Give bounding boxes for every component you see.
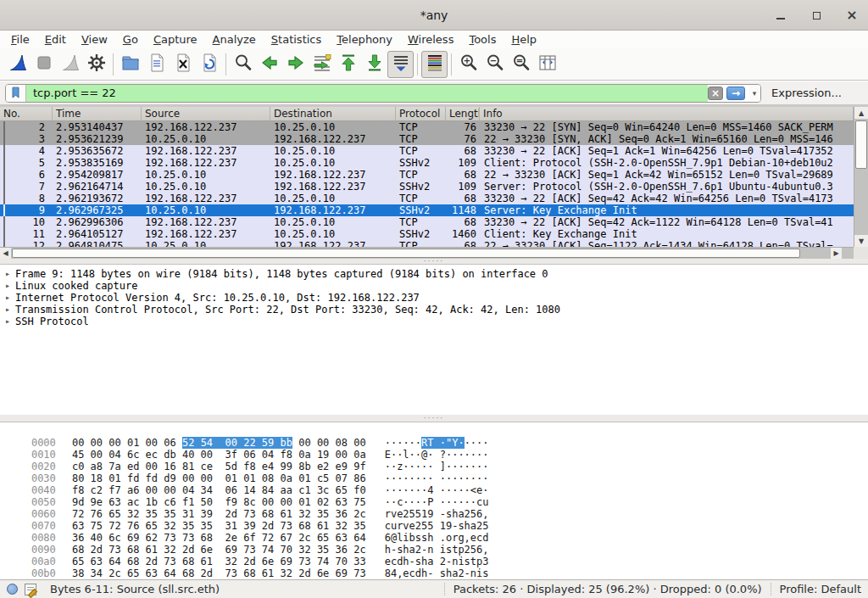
zoom-in-button[interactable]: + (455, 51, 481, 78)
scroll-down-arrow-icon[interactable]: ▼ (854, 235, 868, 247)
packet-row-5[interactable]: 5 2.953835169 192.168.122.237 10.25.0.10… (0, 157, 854, 169)
expander-icon[interactable]: ▸ (0, 316, 15, 327)
hscrollbar-thumb[interactable] (12, 249, 800, 258)
packet-row-11[interactable]: 11 2.964105127 192.168.122.237 10.25.0.1… (0, 228, 854, 240)
maximize-button[interactable] (809, 8, 824, 23)
packet-no: 11 (0, 228, 53, 240)
packet-row-7[interactable]: 7 2.962164714 10.25.0.10 192.168.122.237… (0, 181, 854, 193)
hex-ascii: ······RT ·"Y····· (385, 437, 489, 449)
menu-item-view[interactable]: View (74, 31, 115, 48)
resize-columns-button[interactable] (534, 51, 560, 78)
packet-list: 2 2.953140437 192.168.122.237 10.25.0.10… (0, 121, 854, 247)
minimize-button[interactable] (773, 8, 788, 23)
menu-item-edit[interactable]: Edit (37, 31, 74, 48)
conversation-mark (3, 169, 5, 181)
packet-time: 2.953635672 (53, 145, 142, 157)
column-header-length[interactable]: Length (446, 107, 480, 120)
detail-row[interactable]: ▸ Frame 9: 1148 bytes on wire (9184 bits… (0, 268, 868, 280)
packet-row-8[interactable]: 8 2.962193672 192.168.122.237 10.25.0.10… (0, 193, 854, 204)
packet-protocol: SSHv2 (396, 157, 446, 169)
packet-source: 10.25.0.10 (142, 204, 270, 216)
packet-list-vscrollbar[interactable]: ▲ ▼ (854, 107, 868, 247)
go-forward-icon (286, 53, 306, 75)
menu-item-capture[interactable]: Capture (146, 31, 205, 48)
scroll-up-arrow-icon[interactable]: ▲ (854, 107, 868, 119)
column-header-no[interactable]: No. (0, 107, 53, 120)
go-to-packet-button[interactable] (309, 51, 335, 78)
menu-item-go[interactable]: Go (115, 31, 146, 48)
packet-row-3[interactable]: 3 2.953621239 10.25.0.10 192.168.122.237… (0, 133, 854, 145)
toolbar-separator (113, 53, 114, 75)
packet-row-6[interactable]: 6 2.954209817 10.25.0.10 192.168.122.237… (0, 169, 854, 181)
packet-length: 109 (446, 157, 480, 169)
restart-capture-button[interactable] (57, 51, 83, 78)
go-forward-button[interactable] (282, 51, 309, 78)
scroll-left-arrow-icon[interactable]: ◀ (0, 248, 11, 259)
menu-item-help[interactable]: Help (504, 31, 544, 48)
expander-icon[interactable]: ▸ (0, 268, 15, 280)
auto-scroll-button[interactable] (387, 51, 414, 78)
column-header-info[interactable]: Info (480, 107, 854, 120)
packet-row-12[interactable]: 12 2.964810475 10.25.0.10 192.168.122.23… (0, 240, 854, 247)
profile-button[interactable]: Profile: Default (780, 583, 861, 595)
resize-columns-icon (537, 53, 558, 75)
go-first-button[interactable] (335, 51, 361, 78)
zoom-original-button[interactable]: = (508, 51, 534, 78)
stop-capture-button[interactable] (31, 51, 57, 78)
go-last-button[interactable] (361, 51, 387, 78)
menu-item-tools[interactable]: Tools (461, 31, 504, 48)
packet-row-9[interactable]: 9 2.962967325 10.25.0.10 192.168.122.237… (0, 204, 854, 216)
filter-dropdown-caret[interactable]: ▾ (748, 85, 760, 102)
open-file-button[interactable] (117, 51, 143, 78)
filter-apply-button[interactable]: → (726, 87, 745, 100)
go-back-button[interactable] (256, 51, 282, 78)
expander-icon[interactable]: ▸ (0, 292, 15, 304)
expander-icon[interactable]: ▸ (0, 304, 15, 316)
window-controls: × (773, 0, 860, 31)
column-header-time[interactable]: Time (53, 107, 142, 120)
detail-row[interactable]: ▸ Linux cooked capture (0, 280, 868, 292)
packet-row-10[interactable]: 10 2.962996306 192.168.122.237 10.25.0.1… (0, 216, 854, 228)
menu-item-statistics[interactable]: Statistics (264, 31, 329, 48)
capture-comment-icon[interactable] (25, 584, 36, 595)
detail-row[interactable]: ▸ SSH Protocol (0, 316, 868, 327)
pane-splitter-bottom[interactable]: ····· (0, 415, 868, 422)
menu-item-wireless[interactable]: Wireless (400, 31, 461, 48)
capture-options-button[interactable] (83, 51, 109, 78)
expert-info-icon[interactable] (7, 584, 18, 595)
packet-no: 6 (0, 169, 53, 181)
scroll-right-arrow-icon[interactable]: ▶ (831, 248, 842, 259)
column-header-destination[interactable]: Destination (270, 107, 396, 120)
display-filter-input[interactable] (26, 85, 708, 102)
start-capture-button[interactable] (4, 51, 31, 78)
reload-file-button[interactable] (196, 51, 222, 78)
expander-icon[interactable]: ▸ (0, 280, 15, 292)
detail-text: SSH Protocol (15, 316, 89, 327)
zoom-out-button[interactable]: − (481, 51, 508, 78)
hex-bytes: 65 63 64 68 2d 73 68 61 32 2d 6e 69 73 7… (72, 556, 366, 567)
packet-protocol: TCP (396, 133, 446, 145)
save-file-button[interactable] (143, 51, 170, 78)
menu-item-telephony[interactable]: Telephony (329, 31, 400, 48)
hex-offset: 0000 (31, 437, 62, 449)
find-packet-button[interactable] (230, 51, 256, 78)
filter-clear-button[interactable]: × (708, 87, 723, 100)
menu-item-analyze[interactable]: Analyze (205, 31, 264, 48)
menu-item-file[interactable]: File (3, 31, 37, 48)
expression-button[interactable]: Expression... (771, 87, 842, 99)
column-header-protocol[interactable]: Protocol (396, 107, 446, 120)
column-header-source[interactable]: Source (142, 107, 270, 120)
detail-row[interactable]: ▸ Internet Protocol Version 4, Src: 10.2… (0, 292, 868, 304)
hex-bytes: 45 00 04 6c ec db 40 00 3f 06 04 f8 0a 1… (72, 449, 366, 461)
packet-row-2[interactable]: 2 2.953140437 192.168.122.237 10.25.0.10… (0, 121, 854, 133)
detail-row[interactable]: ▸ Transmission Control Protocol, Src Por… (0, 304, 868, 316)
colorize-button[interactable] (421, 51, 448, 78)
packet-row-4[interactable]: 4 2.953635672 192.168.122.237 10.25.0.10… (0, 145, 854, 157)
vscrollbar-thumb[interactable] (855, 120, 867, 169)
filter-add-button[interactable]: + (862, 85, 868, 101)
close-button[interactable]: × (844, 8, 860, 23)
filter-bookmark-button[interactable] (6, 85, 26, 102)
packet-source: 192.168.122.237 (142, 228, 270, 240)
hex-row[interactable]: 000000 00 00 01 00 06 52 54 00 22 59 bb … (7, 425, 868, 437)
close-file-button[interactable] (170, 51, 196, 78)
